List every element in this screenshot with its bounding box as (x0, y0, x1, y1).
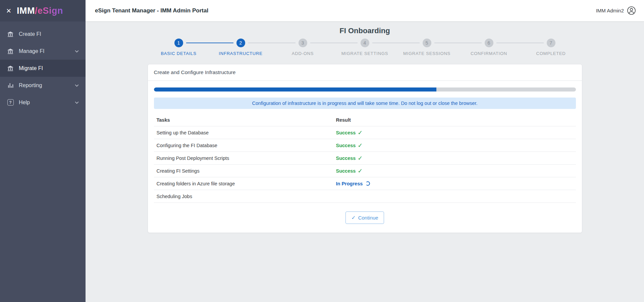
sidebar-item-migrate-fi[interactable]: Migrate FI (0, 60, 86, 77)
step-add-ons[interactable]: 3 ADD-ONS (272, 39, 334, 56)
task-name: Creating folders in Azure file storage (154, 181, 333, 186)
infrastructure-card: Create and Configure Infrastructure Conf… (148, 64, 582, 233)
sidebar-item-reporting[interactable]: Reporting (0, 77, 86, 94)
app-logo: IMM/eSign (17, 6, 63, 16)
table-row: Creating folders in Azure file storage I… (154, 177, 576, 190)
step-circle: 1 (174, 39, 183, 47)
task-name: Configuring the FI Database (154, 143, 333, 148)
sidebar-item-manage-fi[interactable]: Manage FI (0, 43, 86, 60)
task-name: Running Post Deployment Scripts (154, 156, 333, 161)
info-banner: Configuration of infrastructure is in pr… (154, 98, 576, 109)
step-label: BASIC DETAILS (161, 51, 196, 56)
task-name: Creating FI Settings (154, 168, 333, 174)
step-label: INFRASTRUCTURE (219, 51, 262, 56)
spinner-icon (366, 181, 370, 186)
task-result: Success✓ (333, 129, 576, 136)
step-circle: 7 (547, 39, 555, 47)
help-icon: ? (7, 99, 14, 106)
sidebar-nav: Create FI Manage FI Migrate FI Reporting (0, 21, 86, 111)
step-label: MIGRATE SETTINGS (341, 51, 388, 56)
result-column-header: Result (333, 117, 576, 123)
sidebar-logo-strip: ✕ IMM/eSign (0, 0, 86, 21)
table-header-row: Tasks Result (154, 114, 576, 126)
table-row: Creating FI Settings Success✓ (154, 165, 576, 177)
step-completed[interactable]: 7 COMPLETED (520, 39, 582, 56)
bank-icon (7, 31, 14, 38)
chevron-down-icon (75, 84, 79, 87)
step-basic-details[interactable]: 1 BASIC DETAILS (148, 39, 210, 56)
logo-imm-text: IMM (17, 6, 35, 16)
sidebar-item-create-fi[interactable]: Create FI (0, 25, 86, 43)
step-circle: 5 (423, 39, 431, 47)
sidebar-item-help[interactable]: ? Help (0, 94, 86, 111)
table-row: Running Post Deployment Scripts Success✓ (154, 152, 576, 165)
step-label: ADD-ONS (292, 51, 314, 56)
top-bar: eSign Tenant Manager - IMM Admin Portal … (86, 0, 644, 21)
progress-bar (154, 87, 576, 92)
user-avatar-icon (627, 6, 636, 15)
check-icon: ✓ (358, 167, 363, 175)
step-circle: 4 (361, 39, 369, 47)
step-circle: 2 (236, 39, 245, 47)
sidebar: ✕ IMM/eSign Create FI Manage FI Migrate (0, 0, 86, 302)
user-name: IMM Admin2 (596, 8, 624, 13)
step-circle: 6 (485, 39, 493, 47)
sidebar-item-label: Create FI (19, 31, 41, 37)
step-label: COMPLETED (536, 51, 566, 56)
check-icon: ✓ (358, 142, 363, 149)
chevron-down-icon (75, 101, 79, 104)
progress-fill (154, 87, 437, 92)
task-name: Setting up the Database (154, 130, 333, 135)
page-title: FI Onboarding (86, 21, 644, 35)
app-title: eSign Tenant Manager - IMM Admin Portal (95, 7, 208, 14)
step-label: MIGRATE SESSIONS (403, 51, 450, 56)
sidebar-item-label: Reporting (19, 82, 42, 88)
sidebar-item-label: Manage FI (19, 48, 44, 54)
task-table: Tasks Result Setting up the Database Suc… (154, 114, 576, 203)
task-result: Success✓ (333, 155, 576, 162)
close-icon[interactable]: ✕ (6, 8, 11, 14)
step-infrastructure[interactable]: 2 INFRASTRUCTURE (210, 39, 272, 56)
main-content: FI Onboarding 1 BASIC DETAILS 2 INFRASTR… (86, 21, 644, 302)
chevron-down-icon (75, 50, 79, 53)
card-title: Create and Configure Infrastructure (148, 64, 582, 81)
step-label: CONFIRMATION (471, 51, 507, 56)
task-name: Scheduling Jobs (154, 194, 333, 199)
step-confirmation[interactable]: 6 CONFIRMATION (458, 39, 520, 56)
check-icon: ✓ (358, 155, 363, 162)
check-icon: ✓ (351, 215, 356, 221)
bar-chart-icon (7, 82, 14, 89)
step-circle: 3 (299, 39, 307, 47)
task-result: Success✓ (333, 142, 576, 149)
check-icon: ✓ (358, 129, 363, 136)
bank-icon (7, 65, 14, 72)
logo-esign-text: /eSign (35, 6, 63, 16)
step-migrate-sessions[interactable]: 5 MIGRATE SESSIONS (396, 39, 458, 56)
sidebar-item-label: Help (19, 100, 30, 106)
stepper: 1 BASIC DETAILS 2 INFRASTRUCTURE 3 ADD-O… (148, 39, 582, 56)
table-row: Scheduling Jobs (154, 190, 576, 203)
sidebar-item-label: Migrate FI (19, 65, 43, 71)
continue-button[interactable]: ✓ Continue (345, 212, 384, 224)
card-body: Configuration of infrastructure is in pr… (148, 81, 582, 233)
tasks-column-header: Tasks (154, 117, 333, 123)
task-result: Success✓ (333, 167, 576, 175)
task-result: In Progress (333, 181, 576, 186)
step-migrate-settings[interactable]: 4 MIGRATE SETTINGS (334, 39, 396, 56)
table-row: Configuring the FI Database Success✓ (154, 139, 576, 152)
table-row: Setting up the Database Success✓ (154, 126, 576, 139)
button-row: ✓ Continue (154, 212, 576, 224)
bank-icon (7, 48, 14, 55)
user-menu[interactable]: IMM Admin2 (596, 6, 636, 15)
